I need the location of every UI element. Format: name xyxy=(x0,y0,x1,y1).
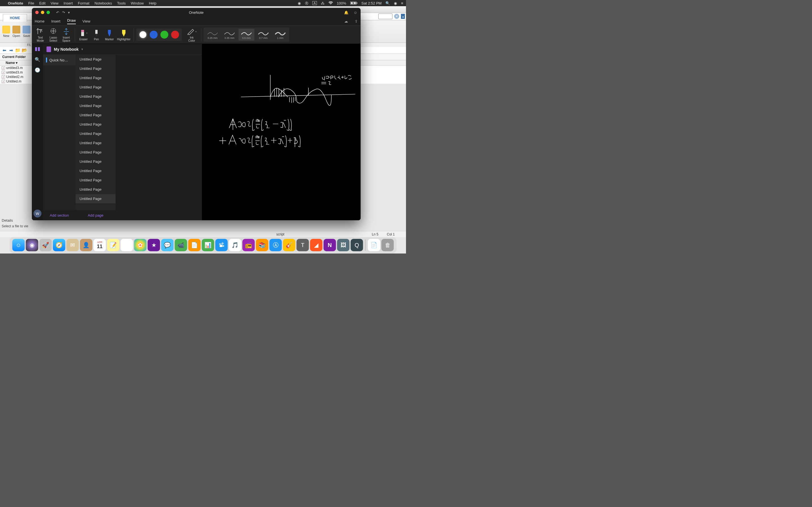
undo-icon[interactable]: ↶ xyxy=(56,10,59,15)
dock-texshop[interactable]: T xyxy=(297,239,309,251)
highlighter-tool[interactable]: Highlighter xyxy=(116,29,132,41)
recent-icon[interactable]: 🕘 xyxy=(35,67,40,73)
dock-podcasts[interactable]: 📻 xyxy=(243,239,255,251)
tab-view[interactable]: View xyxy=(83,19,91,23)
page-item[interactable]: Untitled Page xyxy=(75,185,116,194)
menu-file[interactable]: File xyxy=(28,1,34,5)
menu-notebooks[interactable]: Notebooks xyxy=(94,1,112,5)
input-source-icon[interactable]: A xyxy=(312,1,317,5)
redo-icon[interactable]: ↷ xyxy=(62,10,65,15)
add-page-button[interactable]: Add page xyxy=(75,210,116,220)
bg-minimize-ribbon-icon[interactable]: ▴ xyxy=(401,14,405,19)
color-red[interactable] xyxy=(171,31,179,39)
notifications-icon[interactable]: 🔔 xyxy=(344,10,349,15)
dock-preview[interactable]: 🖼 xyxy=(337,239,350,251)
bg-open-button[interactable]: Open xyxy=(12,25,20,38)
menu-insert[interactable]: Insert xyxy=(63,1,73,5)
dock-trash[interactable]: 🗑 xyxy=(382,239,394,251)
tab-home[interactable]: Home xyxy=(35,19,45,23)
page-item[interactable]: Untitled Page xyxy=(75,64,116,73)
page-item[interactable]: Untitled Page xyxy=(75,73,116,82)
dock-notes[interactable]: 📝 xyxy=(107,239,119,251)
notebook-header[interactable]: My Notebook ▾ xyxy=(43,44,202,55)
dock-appstore[interactable]: Ⓐ xyxy=(269,239,282,251)
marker-tool[interactable]: Marker xyxy=(103,29,116,41)
app-name[interactable]: OneNote xyxy=(8,1,23,5)
dock-siri[interactable]: ◉ xyxy=(26,239,38,251)
wifi-icon[interactable] xyxy=(328,1,333,5)
dock-messages[interactable]: 💬 xyxy=(161,239,174,251)
dock-keynote[interactable]: 📽 xyxy=(215,239,228,251)
bg-new-button[interactable]: New xyxy=(2,25,10,38)
dock-launchpad[interactable]: 🚀 xyxy=(40,239,52,251)
color-white[interactable] xyxy=(139,31,147,39)
dock-music[interactable]: 🎵 xyxy=(229,239,241,251)
dock-garageband[interactable]: 🎸 xyxy=(283,239,296,251)
dock-contacts[interactable]: 👤 xyxy=(80,239,93,251)
zoom-window-icon[interactable] xyxy=(47,11,50,14)
stroke-0-5[interactable]: 0.5 mm xyxy=(239,29,254,41)
page-item[interactable]: Untitled Page xyxy=(75,157,116,166)
page-item[interactable]: Untitled Page xyxy=(75,194,116,203)
page-item[interactable]: Untitled Page xyxy=(75,55,116,64)
page-item[interactable]: Untitled Page xyxy=(75,129,116,138)
notebooks-icon[interactable]: ▮▮ xyxy=(35,46,40,52)
stroke-0-35[interactable]: 0.35 mm xyxy=(221,29,238,41)
clock[interactable]: Sat 2:52 PM xyxy=(361,1,382,5)
add-section-button[interactable]: Add section xyxy=(43,210,75,220)
dock-calendar[interactable]: APR11 xyxy=(94,239,106,251)
avatar[interactable]: W xyxy=(34,210,42,217)
minimize-window-icon[interactable] xyxy=(41,11,44,14)
siri-menubar-icon[interactable]: ◉ xyxy=(394,1,397,5)
stroke-1[interactable]: 1 mm xyxy=(272,29,288,41)
page-item[interactable]: Untitled Page xyxy=(75,166,116,175)
dock-numbers[interactable]: 📊 xyxy=(202,239,214,251)
pen-tool[interactable]: Pen xyxy=(90,29,103,41)
up-folder-icon[interactable]: 📁 xyxy=(15,48,20,53)
dock-photos[interactable]: ✿ xyxy=(134,239,147,251)
menu-help[interactable]: Help xyxy=(149,1,156,5)
close-window-icon[interactable] xyxy=(35,11,39,14)
page-item[interactable]: Untitled Page xyxy=(75,148,116,157)
page-item[interactable]: Untitled Page xyxy=(75,120,116,129)
dock-matlab[interactable]: ◢ xyxy=(310,239,322,251)
page-item[interactable]: Untitled Page xyxy=(75,175,116,185)
dock-reminders[interactable]: ☑ xyxy=(121,239,133,251)
qat-dropdown-icon[interactable]: ▾ xyxy=(68,10,70,15)
share-icon[interactable]: ⇪ xyxy=(355,19,358,23)
bg-save-button[interactable]: Save xyxy=(22,25,31,38)
menu-tools[interactable]: Tools xyxy=(117,1,125,5)
bg-home-tab[interactable]: HOME xyxy=(3,14,27,22)
menu-window[interactable]: Window xyxy=(131,1,144,5)
page-item[interactable]: Untitled Page xyxy=(75,82,116,92)
dock-quicktime[interactable]: Q xyxy=(351,239,363,251)
dock-document[interactable]: 📄 xyxy=(368,239,380,251)
page-item[interactable]: Untitled Page xyxy=(75,101,116,110)
battery-icon[interactable] xyxy=(350,1,357,5)
status-icon-2[interactable]: ⦿ xyxy=(305,1,308,5)
menu-view[interactable]: View xyxy=(51,1,59,5)
tab-insert[interactable]: Insert xyxy=(51,19,61,23)
bg-search-input[interactable] xyxy=(378,13,393,19)
menu-format[interactable]: Format xyxy=(78,1,89,5)
status-icon-1[interactable]: ◉ xyxy=(298,1,301,5)
bg-clear-icon[interactable]: ✕ xyxy=(394,14,399,19)
browse-icon[interactable]: 📂 xyxy=(22,48,27,53)
dock-imovie[interactable]: ★ xyxy=(148,239,160,251)
menu-edit[interactable]: Edit xyxy=(39,1,45,5)
page-item[interactable]: Untitled Page xyxy=(75,138,116,148)
color-green[interactable] xyxy=(160,31,168,39)
dock-safari[interactable]: 🧭 xyxy=(53,239,65,251)
dock-books[interactable]: 📚 xyxy=(256,239,268,251)
sync-icon[interactable]: ☁ xyxy=(344,19,348,23)
insert-space-tool[interactable]: Insert Space xyxy=(60,27,72,42)
page-item[interactable]: Untitled Page xyxy=(75,92,116,101)
forward-arrow-icon[interactable]: ➡ xyxy=(8,48,13,53)
lasso-select-tool[interactable]: Lasso Select xyxy=(47,27,59,42)
eraser-tool[interactable]: ▾ Eraser xyxy=(77,29,90,41)
dock-onenote[interactable]: N xyxy=(324,239,336,251)
dock-facetime[interactable]: 📹 xyxy=(175,239,187,251)
stroke-0-25[interactable]: 0.25 mm xyxy=(205,29,220,41)
tab-draw[interactable]: Draw xyxy=(67,18,75,24)
stroke-0-7[interactable]: 0.7 mm xyxy=(255,29,271,41)
